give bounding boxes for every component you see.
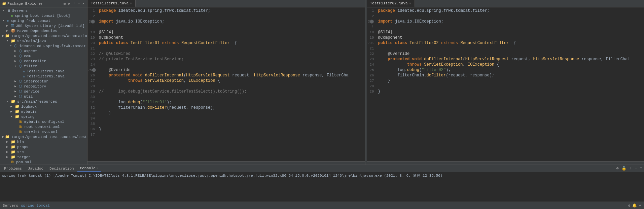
view-menu-icon[interactable]: ⋮	[72, 1, 76, 6]
status-icon-1[interactable]: ⚙	[628, 203, 631, 208]
close-console-icon[interactable]: ✕	[97, 166, 98, 170]
line-content: import java.io.IOException;	[98, 19, 365, 24]
code-line-left-30: 30	[87, 94, 365, 100]
scroll-lock-icon[interactable]: 🔒	[621, 166, 627, 171]
tab-testfilter02-label: TestFilter02.java	[370, 1, 408, 5]
tree-item-testfilter02[interactable]: ☕ TestFilter02.java	[0, 74, 87, 79]
tree-item-pom[interactable]: 🗎 pom.xml	[0, 160, 87, 165]
tree-item-mybatis[interactable]: ▶ 📁 mybatis	[0, 109, 87, 114]
controller-icon: ⬡	[19, 59, 22, 63]
line-num: 28	[367, 83, 377, 89]
tab-testfilter02[interactable]: TestFilter02.java ✕	[367, 0, 415, 7]
tab-problems[interactable]: Problems	[1, 166, 25, 171]
tree-item-servlet-mvc[interactable]: 🗎 servlet-mvc.xml	[0, 129, 87, 134]
tree-label-testfilter02: TestFilter02.java	[27, 74, 65, 78]
tree-arrow-maven: ▶	[6, 29, 10, 33]
package-explorer-title: Package Explorer	[7, 2, 43, 6]
right-scrollbar-h[interactable]	[367, 161, 644, 165]
close-left-tab[interactable]: ✕	[130, 1, 132, 5]
tree-arrow-ideatec: ▾	[10, 44, 13, 48]
line-num: 37	[87, 132, 98, 137]
tree-label-spring-frwk-tomcat: spring-frwk-tomcat	[11, 19, 51, 23]
tree-item-controller[interactable]: ▶ ⬡ controller	[0, 59, 87, 64]
tree-label-controller: controller	[24, 59, 46, 63]
link-editor-icon[interactable]: ⇄	[67, 1, 71, 6]
tree-item-servers[interactable]: ▾ 🖥 Servers	[0, 8, 87, 13]
status-icons: ⚙ 🔔 ✔	[628, 203, 641, 208]
filter-icon: ⬡	[19, 64, 22, 68]
line-num: 24	[87, 62, 98, 67]
tree-item-src[interactable]: ▶ 📁 src	[0, 149, 87, 154]
line-content: import java.io.IOException;	[377, 19, 644, 24]
line-content: public class TestFilter01 extends Reques…	[98, 40, 365, 46]
code-line-right-3: 3⬤ import java.io.IOException;	[367, 19, 644, 24]
tree-item-mybatis-config[interactable]: 🗎 mybatis-config.xml	[0, 119, 87, 124]
tree-item-filter[interactable]: ▾ ⬡ filter	[0, 64, 87, 69]
code-line-left-26: 26 protected void doFilterInternal(HttpS…	[87, 73, 365, 78]
tree-arrow-props: ▶	[6, 145, 10, 149]
tree-item-target-gen-test[interactable]: ▶ 📁 target/generated-test-sources/test-a…	[0, 134, 87, 139]
left-code-area[interactable]: 1 package ideatec.edu.spring.frwk.tomcat…	[87, 7, 365, 161]
line-content: // log.debug(testService.filterTestSelec…	[98, 89, 365, 94]
tree-item-target[interactable]: ▶ 📁 target	[0, 154, 87, 160]
status-icon-3[interactable]: ✔	[639, 203, 641, 208]
close-explorer-icon[interactable]: ✕	[82, 1, 85, 6]
tab-javadoc[interactable]: Javadoc	[25, 166, 46, 171]
tree-label-mybatis: mybatis	[21, 110, 37, 114]
tree-label-repository: repository	[24, 84, 46, 89]
tab-testfilter01[interactable]: TestFilter01.java ✕	[87, 0, 136, 7]
tree-label-src-main-java: src/main/java	[17, 39, 46, 43]
tree-item-ideatec-pkg[interactable]: ▾ ⬡ ideatec.edu.spring.frwk.tomcat	[0, 43, 87, 48]
tree-item-logback[interactable]: ▶ 📁 logback	[0, 104, 87, 109]
tab-console[interactable]: Console ✕	[77, 166, 101, 172]
tree-item-jre[interactable]: ▶ ☰ JRE System Library [JavaSE-1.8]	[0, 23, 87, 28]
right-code-area[interactable]: 1 package ideatec.edu.spring.frwk.tomcat…	[367, 7, 644, 161]
line-content	[98, 121, 365, 127]
left-scrollbar-h[interactable]	[87, 161, 365, 165]
status-servers-label: Servers	[3, 204, 18, 208]
line-content	[98, 83, 365, 89]
tree-item-spring-res[interactable]: ▾ 📁 spring	[0, 114, 87, 119]
tree-item-bin[interactable]: ▶ 📁 bin	[0, 139, 87, 144]
tree-item-service[interactable]: ▶ ⬡ service	[0, 89, 87, 94]
tree-item-util[interactable]: ▶ ⬡ util	[0, 94, 87, 99]
tab-declaration[interactable]: Declaration	[47, 166, 77, 171]
tree-arrow-frwk: ▾	[2, 19, 6, 23]
tree-item-repository[interactable]: ▶ ⬡ repository	[0, 84, 87, 89]
tab-console-label: Console	[80, 166, 96, 170]
tree-item-maven[interactable]: ▶ 📦 Maven Dependencies	[0, 28, 87, 33]
tree-item-spring-frwk-tomcat[interactable]: ▾ ◈ spring-frwk-tomcat	[0, 18, 87, 23]
tree-item-src-main-res[interactable]: ▾ 📁 src/main/resources	[0, 99, 87, 104]
clear-console-icon[interactable]: ⊘	[616, 166, 619, 171]
tree-label-props: props	[17, 145, 28, 149]
tree-item-com[interactable]: ▶ ⬡ com	[0, 54, 87, 59]
close-right-tab[interactable]: ✕	[409, 1, 411, 5]
tree-arrow-filter: ▾	[14, 64, 18, 68]
tree-item-generated[interactable]: ▶ 📁 target/generated-sources/annotations	[0, 33, 87, 38]
tree-item-src-main-java[interactable]: ▾ 📁 src/main/java	[0, 38, 87, 43]
status-icon-2[interactable]: 🔔	[632, 203, 637, 208]
tree-item-spring-boot-tomcat[interactable]: ◉ spring-boot-tomcat [boot]	[0, 13, 87, 18]
aspect-icon: ⬡	[19, 49, 22, 53]
tree-item-root-context[interactable]: 🗎 root-context.xml	[0, 124, 87, 129]
line-content: @Component	[377, 35, 644, 40]
status-server-name: spring tomcat	[21, 204, 50, 208]
maximize-bottom-icon[interactable]: □	[639, 166, 643, 171]
tree-item-testfilter01[interactable]: ☕ TestFilter01.java	[0, 69, 87, 74]
tree-label-bin: bin	[17, 140, 24, 144]
line-num: 33	[87, 110, 98, 116]
collapse-all-icon[interactable]: ⊟	[63, 1, 66, 6]
repo-icon: ⬡	[19, 84, 22, 89]
tree-item-props[interactable]: ▶ 📁 props	[0, 144, 87, 149]
line-content	[98, 46, 365, 51]
line-content: package ideatec.edu.spring.frwk.tomcat.f…	[377, 8, 644, 13]
line-num: 2	[367, 13, 377, 19]
tree-item-interceptor[interactable]: ▶ ⬡ interceptor	[0, 79, 87, 84]
minimize-icon[interactable]: ─	[77, 1, 81, 6]
tree-item-aspect[interactable]: ▶ ⬡ aspect	[0, 48, 87, 54]
logback-icon: 📁	[15, 104, 20, 109]
console-menu-icon[interactable]: ⋮	[629, 166, 633, 171]
minimize-bottom-icon[interactable]: ─	[635, 166, 638, 171]
line-content: log.debug("filter02");	[377, 67, 644, 73]
tree-arrow-res: ▾	[6, 100, 10, 103]
